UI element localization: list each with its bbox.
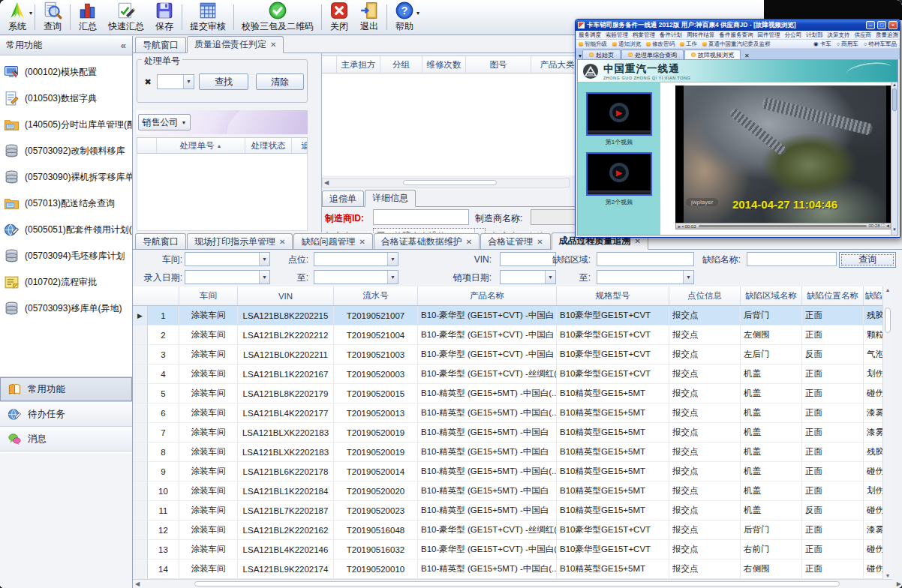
toolbar-button-summary[interactable]: 汇总 [73,1,103,34]
overlay-menu-item-11[interactable]: 质量追溯 [876,32,898,39]
overlay-menu-item-2[interactable]: 档案管理 [633,32,655,39]
video-seekbar[interactable] [699,225,867,227]
overlay-tool-0[interactable]: 智能升级 [579,40,607,48]
table-header-4[interactable]: 规格型号 [557,286,669,305]
chevron-down-icon[interactable]: ▼ [387,271,398,284]
scroll-down-icon[interactable]: ▼ [883,573,892,578]
overlay-menu-item-0[interactable]: 服务调度 [579,32,601,39]
claim-list-body[interactable] [137,154,308,231]
tab-claim-0[interactable]: 导航窗口 [135,37,186,52]
overlay-tab-close-icon[interactable]: ✕ [741,52,753,59]
scroll-up-icon[interactable]: ▲ [892,82,897,87]
video-player[interactable]: jwplayer 2014-04-27 11:04:46 [675,86,894,223]
toolbar-button-verify-qrcode[interactable]: 校验三包及二维码 [236,1,319,34]
claim-detail-grid-body[interactable] [322,74,575,176]
tab-close-icon[interactable]: ✕ [279,238,285,246]
tab-close-icon[interactable]: ✕ [537,238,543,246]
claim-detail-column-0[interactable] [322,56,337,73]
claim-detail-column-3[interactable]: 维修次数 [422,56,466,73]
overlay-tool-1[interactable]: 通知浏览 [612,40,641,48]
sidebar-item-6[interactable]: (0505051)配套件领用计划(快... [0,217,132,243]
manufacturer-name-input[interactable] [531,209,575,225]
clear-button[interactable]: 清除 [256,74,304,90]
table-header-7[interactable]: 缺陷位置名称 [802,286,864,305]
toolbar-button-save[interactable]: 保存 [149,1,179,34]
scroll-down-icon[interactable]: ▼ [892,227,897,232]
scroll-left-icon[interactable]: ◀ [133,580,142,587]
sidebar-section-2[interactable]: 消息 [0,427,132,452]
sidebar-item-0[interactable]: (000102)模块配置 [0,59,132,86]
overlay-menu-item-3[interactable]: 备件计划 [660,32,682,39]
table-row[interactable]: 9涂装车间LSA121BL6K2202178T20190520014B10-精英… [133,462,892,482]
overlay-scrollbar[interactable]: ▲▼ [891,82,897,235]
scrollbar-thumb[interactable] [885,308,891,333]
table-row[interactable]: 8涂装车间LSA121BLXK2202183T20190520019B10-精英… [133,442,892,462]
clear-filter-x-button[interactable]: ✖ [142,75,154,88]
tab-trace-1[interactable]: 现场打印指示单管理✕ [187,233,293,249]
scrollbar-thumb[interactable] [892,88,897,111]
chevron-down-icon[interactable]: ▼ [387,253,398,266]
claim-detail-column-2[interactable]: 分组 [380,56,422,73]
toolbar-button-help[interactable]: ?▾帮助 [389,1,419,34]
table-row[interactable]: ▶1涂装车间LSA121BL8K2202215T20190521007B10-豪… [133,306,892,326]
tab-claim-1[interactable]: 质量追偿责任判定✕ [187,36,284,53]
scrollbar-thumb[interactable] [403,180,497,185]
vertical-scrollbar[interactable]: ▲ ▼ [882,286,892,579]
claim-detail-column-5[interactable]: 产品大类 [531,56,575,73]
sidebar-collapse-button[interactable]: « [121,40,126,51]
horizontal-scrollbar[interactable]: ◀ [322,178,570,188]
toolbar-button-close[interactable]: 关闭 [324,1,354,34]
overlay-tool-3[interactable]: 工作 [680,40,697,48]
scroll-up-icon[interactable]: ▲ [883,287,892,292]
subtab-1[interactable]: 详细信息 [365,190,416,207]
sidebar-section-0[interactable]: 常用功能 [0,377,132,402]
video-thumbnail-1[interactable]: ▶ [586,92,652,136]
table-row[interactable]: 12涂装车间LSA121BL2K2202162T20190516048B10-豪… [133,520,892,540]
table-row[interactable]: 14涂装车间LSA121BL9K2202174T20190520010B10-精… [133,560,892,579]
table-row[interactable]: 11涂装车间LSA121BL7K2202187T20190520023B10-精… [133,501,892,520]
scroll-right-icon[interactable]: ▶ [897,580,901,587]
overlay-tool-2[interactable]: 修改密码 [646,40,675,48]
minimize-button[interactable]: – [866,21,875,29]
table-header-1[interactable]: VIN [238,286,334,305]
sidebar-item-1[interactable]: (010503)数据字典 [0,86,132,112]
filter-input-1-4[interactable] [747,252,837,266]
scrollbar-thumb[interactable] [194,581,840,586]
overlay-tab-1[interactable]: 处理单综合查询 [621,50,684,59]
sidebar-item-8[interactable]: (010702)流程审批 [0,269,132,296]
process-number-combo[interactable]: ▼ [157,74,194,89]
filter-combo-2-1[interactable]: ▼ [314,270,398,284]
tab-close-icon[interactable]: ✕ [635,237,641,245]
overlay-tab-0[interactable]: 起始页 [582,50,621,59]
table-row[interactable]: 6涂装车间LSA121BL4K2202177T20190520013B10-精英… [133,404,892,423]
toolbar-button-exit[interactable]: 退出 [354,1,384,34]
find-button[interactable]: 查找 [199,74,248,90]
overlay-menu-item-9[interactable]: 决策支持 [828,32,850,39]
sidebar-item-2[interactable]: (140505)分时出库单管理(配套... [0,112,132,138]
claim-list-column-1[interactable]: 处理单号▲ [157,138,245,153]
overlay-tab-2[interactable]: 故障视频浏览 [684,50,741,59]
maximize-button[interactable]: □ [877,21,886,29]
overlay-radio-1[interactable]: ○ 商用车 [837,40,858,48]
claim-list-column-3[interactable]: 追偿日 [292,138,308,153]
claim-detail-column-1[interactable]: 主承担方 [337,56,380,73]
claim-detail-column-4[interactable]: 图号 [466,56,531,73]
tab-close-icon[interactable]: ✕ [359,238,365,246]
table-header-6[interactable]: 缺陷区域名称 [741,286,802,305]
table-row[interactable]: 2涂装车间LSA121BL2K2202212T20190521004B10-豪华… [133,326,892,345]
sidebar-item-3[interactable]: (05703092)改制领料移库 [0,138,132,164]
sidebar-item-4[interactable]: (05703090)裸机拆零移库单 [0,164,132,190]
sidebar-item-7[interactable]: (05703094)毛坯移库计划 [0,243,132,269]
toolbar-button-query[interactable]: 查询 [38,1,68,34]
claim-list-column-0[interactable] [137,138,157,153]
overlay-menu-item-1[interactable]: 索赔管理 [606,32,628,39]
toolbar-button-system[interactable]: ▾系统 [2,1,32,34]
overlay-titlebar[interactable]: 卡车销司服务备件一线通 2012版 用户:神百康4 供应商JD - [故障视频浏… [576,20,900,31]
toolbar-button-submit-review[interactable]: 提交审核 [185,1,231,34]
play-icon[interactable]: ▶ [609,163,629,182]
chevron-down-icon[interactable]: ▼ [183,75,194,88]
overlay-menu-item-10[interactable]: 供应商 [855,32,872,39]
overlay-menu-item-7[interactable]: 分公司 [785,32,802,39]
tab-trace-2[interactable]: 缺陷问题管理✕ [293,233,372,249]
sales-company-dropdown[interactable]: 销售公司 ▼ [138,114,191,130]
